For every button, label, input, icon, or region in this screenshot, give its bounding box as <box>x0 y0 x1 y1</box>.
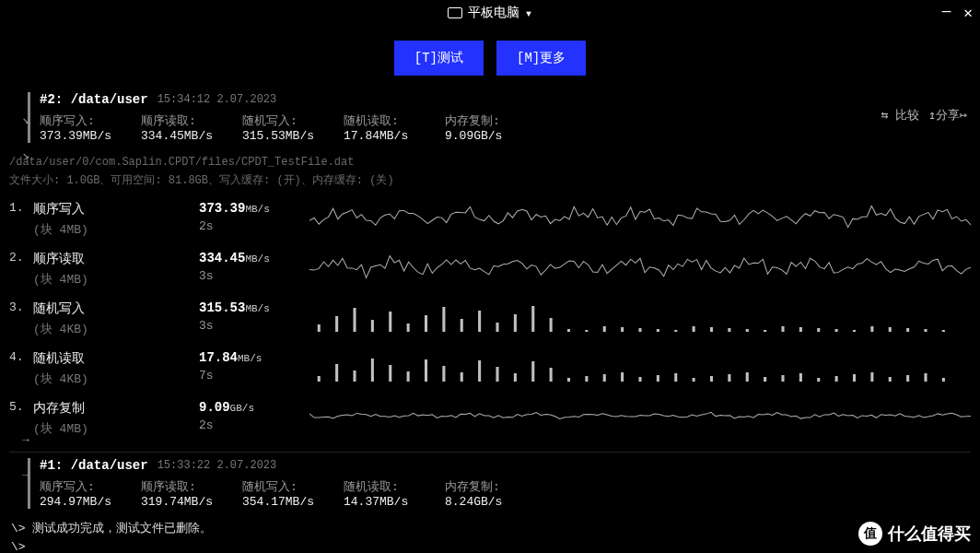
test-row: 2. 顺序读取 (块 4MB) 334.45MB/s 3s <box>9 247 971 297</box>
share-action[interactable]: ↥分享↦ <box>928 107 967 124</box>
test-block-size: (块 4MB) <box>33 221 190 238</box>
test-name: 顺序写入 <box>33 201 190 218</box>
divider <box>9 452 971 453</box>
tablet-icon <box>448 7 462 18</box>
device-label: 平板电脑 <box>468 5 519 21</box>
test-number: 5. <box>9 400 24 414</box>
status-area: \> 测试成功完成，测试文件已删除。 \> <box>0 509 980 553</box>
test-graph <box>309 251 971 282</box>
test-block-size: (块 4MB) <box>33 271 190 288</box>
run-2-summary: 顺序写入:373.39MB/s 顺序读取:334.45MB/s 随机写入:315… <box>28 107 971 143</box>
run-1-timestamp: 15:33:22 2.07.2023 <box>158 459 277 472</box>
file-path: /data/user/0/com.Saplin.CPDT/files/CPDT_… <box>0 143 980 171</box>
close-button[interactable]: ✕ <box>963 4 973 22</box>
test-graph <box>309 201 971 232</box>
tests-list: 1. 顺序写入 (块 4MB) 373.39MB/s 2s 2. 顺序读取 (块… <box>0 197 980 446</box>
test-duration: 2s <box>199 418 300 432</box>
run-1: → → #1: /data/user 15:33:22 2.07.2023 顺序… <box>0 458 980 509</box>
test-graph <box>309 400 971 431</box>
top-actions: ⇆ 比较 ↥分享↦ <box>881 107 967 124</box>
arrow-icon: ↘ <box>17 147 35 162</box>
window-controls: — ✕ <box>942 4 973 22</box>
test-name: 内存复制 <box>33 400 190 417</box>
test-duration: 3s <box>199 269 300 283</box>
test-number: 3. <box>9 300 24 314</box>
test-number: 4. <box>9 350 24 364</box>
test-row: 5. 内存复制 (块 4MB) 9.09GB/s 2s <box>9 396 971 446</box>
test-graph <box>309 300 971 332</box>
arrow-icon: ↘ <box>17 112 35 127</box>
title-center[interactable]: 平板电脑 ▾ <box>448 5 532 21</box>
test-value: 17.84MB/s <box>199 350 300 365</box>
test-button[interactable]: [T]测试 <box>394 41 484 76</box>
status-line-2: \> <box>11 538 969 553</box>
test-number: 1. <box>9 201 24 215</box>
test-value: 334.45MB/s <box>199 251 300 265</box>
test-name: 随机读取 <box>33 350 190 367</box>
test-block-size: (块 4KB) <box>33 321 190 337</box>
run-2-timestamp: 15:34:12 2.07.2023 <box>158 93 277 106</box>
test-duration: 2s <box>199 219 300 233</box>
test-row: 1. 顺序写入 (块 4MB) 373.39MB/s 2s <box>9 197 971 247</box>
watermark-badge-icon: 值 <box>858 522 882 546</box>
more-button[interactable]: [M]更多 <box>496 41 586 76</box>
file-meta: 文件大小: 1.0GB、可用空间: 81.8GB、写入缓存: (开)、内存缓存:… <box>0 171 980 197</box>
test-value: 315.53MB/s <box>199 300 300 315</box>
run-2-header: #2: /data/user 15:34:12 2.07.2023 <box>28 92 971 107</box>
test-duration: 3s <box>199 319 300 333</box>
test-block-size: (块 4KB) <box>33 371 190 387</box>
test-block-size: (块 4MB) <box>33 420 190 437</box>
test-value: 9.09GB/s <box>199 400 300 415</box>
arrow-icon: → <box>17 433 35 447</box>
test-row: 3. 随机写入 (块 4KB) 315.53MB/s 3s <box>9 297 971 347</box>
watermark-text: 什么值得买 <box>888 523 971 545</box>
run-1-header: #1: /data/user 15:33:22 2.07.2023 <box>28 458 971 473</box>
test-value: 373.39MB/s <box>199 201 300 216</box>
watermark: 值 什么值得买 <box>858 522 971 546</box>
test-name: 顺序读取 <box>33 251 190 267</box>
run-2: ↘ ↘ #2: /data/user 15:34:12 2.07.2023 顺序… <box>0 92 980 143</box>
toolbar: [T]测试 [M]更多 <box>0 26 980 92</box>
test-row: 4. 随机读取 (块 4KB) 17.84MB/s 7s <box>9 347 971 396</box>
test-name: 随机写入 <box>33 300 190 317</box>
test-number: 2. <box>9 251 24 265</box>
arrow-icon: → <box>17 468 35 482</box>
run-1-summary: 顺序写入:294.97MB/s 顺序读取:319.74MB/s 随机写入:354… <box>28 473 971 509</box>
chevron-down-icon: ▾ <box>525 6 532 21</box>
minimize-button[interactable]: — <box>942 4 951 22</box>
status-line-1: \> 测试成功完成，测试文件已删除。 <box>11 518 969 538</box>
titlebar: 平板电脑 ▾ — ✕ <box>0 0 980 26</box>
compare-action[interactable]: ⇆ 比较 <box>881 107 920 124</box>
test-duration: 7s <box>199 369 300 382</box>
test-graph <box>309 350 971 382</box>
